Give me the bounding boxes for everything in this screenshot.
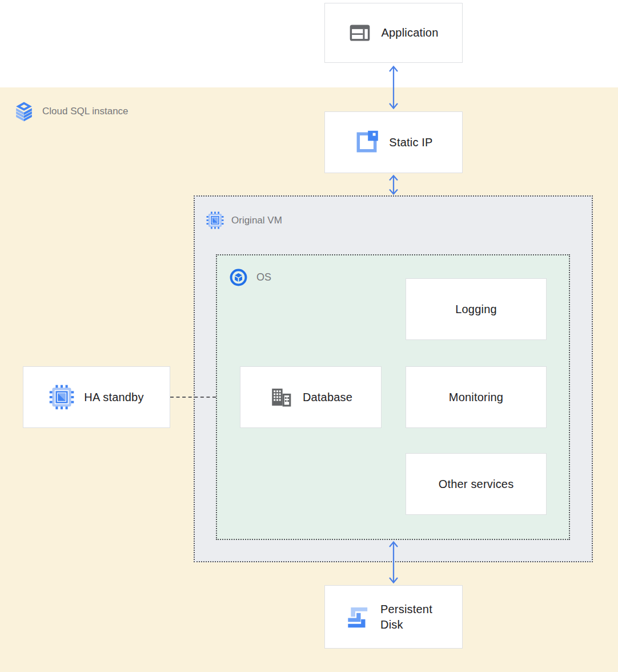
- database-building-icon: [269, 385, 293, 409]
- node-label: Database: [303, 391, 352, 404]
- node-label: Static IP: [389, 136, 432, 149]
- diagram-canvas: Cloud SQL instance Original VM: [0, 0, 618, 672]
- node-ha-standby: HA standby: [23, 366, 170, 428]
- os-icon: [229, 268, 248, 287]
- node-label: Persistent Disk: [380, 602, 441, 633]
- persistent-disk-icon: [346, 606, 369, 629]
- zone-label-os: OS: [229, 268, 271, 287]
- arrow-os-persistent-disk: [386, 541, 401, 584]
- node-application: Application: [324, 3, 463, 63]
- compute-engine-icon: [206, 211, 224, 229]
- node-database: Database: [240, 366, 382, 428]
- zone-label-original-vm: Original VM: [206, 211, 282, 229]
- zone-label-text: OS: [256, 271, 271, 283]
- node-label: Monitoring: [449, 391, 503, 404]
- static-ip-icon: [354, 130, 379, 155]
- node-static-ip: Static IP: [324, 111, 463, 173]
- node-label: HA standby: [84, 391, 143, 404]
- compute-engine-icon: [49, 385, 74, 410]
- zone-label-text: Cloud SQL instance: [42, 106, 129, 117]
- node-label: Logging: [455, 303, 497, 316]
- node-monitoring: Monitoring: [406, 366, 547, 428]
- node-label: Application: [381, 26, 438, 39]
- zone-label-cloud-sql: Cloud SQL instance: [14, 101, 129, 122]
- zone-label-text: Original VM: [231, 215, 282, 226]
- dashed-link-ha-standby-os: [170, 397, 216, 398]
- node-logging: Logging: [406, 278, 547, 340]
- cloud-sql-icon: [14, 101, 34, 122]
- arrow-static-ip-original-vm: [386, 174, 401, 195]
- arrow-application-static-ip: [386, 65, 401, 110]
- node-persistent-disk: Persistent Disk: [324, 585, 463, 649]
- application-window-icon: [348, 23, 371, 42]
- node-other-services: Other services: [406, 453, 547, 515]
- top-white-band: [0, 0, 618, 87]
- node-label: Other services: [439, 478, 514, 491]
